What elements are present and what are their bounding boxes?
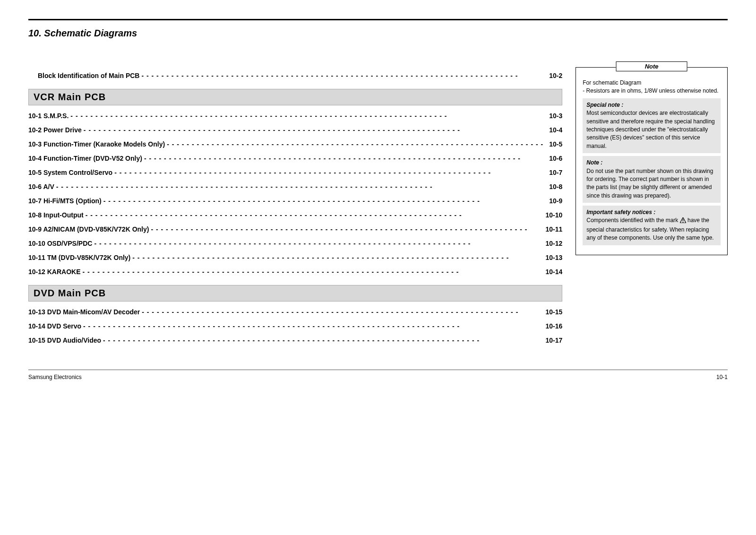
toc-leader xyxy=(54,183,545,190)
toc-page: 10-11 xyxy=(541,225,562,233)
toc-label: 10-10 OSD/VPS/PDC xyxy=(28,240,92,247)
toc-entry: 10-15 DVD Audio/Video10-17 xyxy=(28,337,562,344)
toc-entry: 10-9 A2/NICAM (DVD-V85K/V72K Only)10-11 xyxy=(28,225,562,233)
toc-section-header: VCR Main PCB xyxy=(28,89,562,105)
toc-page: 10-15 xyxy=(541,308,562,316)
toc-label: 10-12 KARAOKE xyxy=(28,268,80,276)
toc-leader xyxy=(84,211,542,219)
toc-page: 10-4 xyxy=(545,126,562,134)
warning-icon xyxy=(680,217,686,225)
toc-page: 10-7 xyxy=(545,169,562,176)
toc-leader xyxy=(112,169,545,176)
toc-page: 10-10 xyxy=(541,211,562,219)
toc-label: Block Identification of Main PCB xyxy=(38,72,139,79)
toc-leader xyxy=(149,225,541,233)
footer-right: 10-1 xyxy=(716,374,728,380)
toc-page: 10-13 xyxy=(541,254,562,261)
toc-label: 10-8 Input-Output xyxy=(28,211,84,219)
toc-entry: 10-3 Function-Timer (Karaoke Models Only… xyxy=(28,140,562,148)
note-special: Special note : Most semiconductor device… xyxy=(583,98,721,153)
toc-label: 10-13 DVD Main-Micom/AV Decoder xyxy=(28,308,140,316)
toc-page: 10-5 xyxy=(545,140,562,148)
toc-entry: 10-1 S.M.P.S.10-3 xyxy=(28,112,562,120)
toc-leader xyxy=(69,112,545,120)
toc-entry: Block Identification of Main PCB 10-2 xyxy=(28,72,562,79)
toc-page: 10-14 xyxy=(541,268,562,276)
toc-leader xyxy=(80,268,541,276)
toc-page: 10-6 xyxy=(545,155,562,162)
toc-label: 10-7 Hi-Fi/MTS (Option) xyxy=(28,197,102,205)
toc-page: 10-12 xyxy=(541,240,562,247)
toc-leader xyxy=(165,140,545,148)
svg-point-2 xyxy=(682,222,683,223)
toc-leader xyxy=(82,126,545,134)
toc-entry: 10-13 DVD Main-Micom/AV Decoder10-15 xyxy=(28,308,562,316)
toc-label: 10-5 System Control/Servo xyxy=(28,169,112,176)
toc-label: 10-9 A2/NICAM (DVD-V85K/V72K Only) xyxy=(28,225,149,233)
note-box: Note For schematic Diagram - Resistors a… xyxy=(576,67,728,255)
toc-leader xyxy=(102,197,545,205)
toc-entry: 10-4 Function-Timer (DVD-V52 Only)10-6 xyxy=(28,155,562,162)
toc-entry: 10-6 A/V10-8 xyxy=(28,183,562,190)
toc-page: 10-17 xyxy=(541,337,562,344)
toc-entry: 10-11 TM (DVD-V85K/V72K Only)10-13 xyxy=(28,254,562,261)
page-footer: Samsung Electronics 10-1 xyxy=(28,370,728,380)
toc-label: 10-15 DVD Audio/Video xyxy=(28,337,101,344)
toc-label: 10-2 Power Drive xyxy=(28,126,82,134)
toc-entry: 10-7 Hi-Fi/MTS (Option)10-9 xyxy=(28,197,562,205)
toc-section-header: DVD Main PCB xyxy=(28,285,562,302)
toc-entry: 10-10 OSD/VPS/PDC10-12 xyxy=(28,240,562,247)
toc-page: 10-3 xyxy=(545,112,562,120)
toc-label: 10-6 A/V xyxy=(28,183,54,190)
note-tab: Note xyxy=(616,61,687,71)
toc-label: 10-11 TM (DVD-V85K/V72K Only) xyxy=(28,254,130,261)
toc-leader xyxy=(81,322,541,330)
toc-entry: 10-5 System Control/Servo10-7 xyxy=(28,169,562,176)
toc-leader xyxy=(101,337,541,344)
toc-leader xyxy=(130,254,541,261)
toc-leader xyxy=(140,308,541,316)
toc-page: 10-2 xyxy=(545,72,562,79)
toc-label: 10-1 S.M.P.S. xyxy=(28,112,69,120)
footer-left: Samsung Electronics xyxy=(28,374,82,380)
toc-page: 10-8 xyxy=(545,183,562,190)
toc-page: 10-16 xyxy=(541,322,562,330)
toc-label: 10-3 Function-Timer (Karaoke Models Only… xyxy=(28,140,165,148)
note-intro: For schematic Diagram - Resistors are in… xyxy=(583,79,721,95)
toc-page: 10-9 xyxy=(545,197,562,205)
toc-entry: 10-8 Input-Output10-10 xyxy=(28,211,562,219)
toc-leader xyxy=(142,155,545,162)
toc-label: 10-4 Function-Timer (DVD-V52 Only) xyxy=(28,155,142,162)
note-partnumber: Note : Do not use the part number shown … xyxy=(583,156,721,203)
toc-leader xyxy=(139,72,545,79)
toc-leader xyxy=(92,240,541,247)
note-safety: Important safety notices : Components id… xyxy=(583,206,721,245)
toc-entry: 10-14 DVD Servo10-16 xyxy=(28,322,562,330)
chapter-title: 10. Schematic Diagrams xyxy=(28,25,728,42)
toc-entry: 10-12 KARAOKE10-14 xyxy=(28,268,562,276)
table-of-contents: Block Identification of Main PCB 10-2 VC… xyxy=(28,65,562,351)
toc-label: 10-14 DVD Servo xyxy=(28,322,81,330)
toc-entry: 10-2 Power Drive10-4 xyxy=(28,126,562,134)
